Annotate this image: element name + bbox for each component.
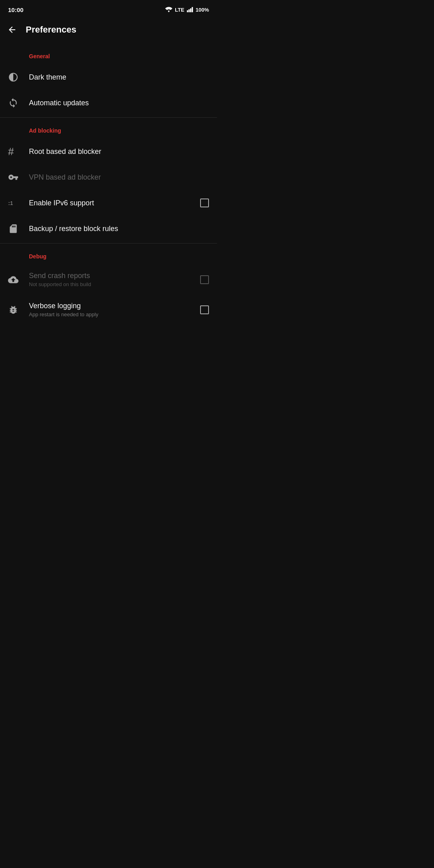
verbose-logging-checkbox[interactable] xyxy=(200,305,209,314)
cloud-upload-icon xyxy=(8,274,18,285)
crash-reports-title: Send crash reports xyxy=(29,272,200,280)
root-ad-blocker-title: Root based ad blocker xyxy=(29,147,209,156)
status-bar: 10:00 LTE 100% xyxy=(0,0,217,18)
dark-theme-title: Dark theme xyxy=(29,73,209,82)
dark-theme-content: Dark theme xyxy=(29,73,209,82)
vpn-ad-blocker-content: VPN based ad blocker xyxy=(29,173,209,182)
signal-icon xyxy=(187,7,193,12)
list-item-ipv6-support[interactable]: ::1 Enable IPv6 support xyxy=(0,190,217,216)
sync-icon xyxy=(8,98,18,108)
automatic-updates-content: Automatic updates xyxy=(29,99,209,107)
list-item-backup-restore[interactable]: Backup / restore block rules xyxy=(0,216,217,242)
section-general: General Dark theme Automatic updates xyxy=(0,45,217,116)
backup-restore-content: Backup / restore block rules xyxy=(29,225,209,233)
status-time: 10:00 xyxy=(8,6,23,13)
backup-restore-icon-container xyxy=(8,223,29,234)
verbose-logging-subtitle: App restart is needed to apply xyxy=(29,311,200,317)
bug-icon xyxy=(8,305,18,315)
list-item-root-ad-blocker[interactable]: # Root based ad blocker xyxy=(0,139,217,164)
ipv6-support-content: Enable IPv6 support xyxy=(29,199,200,207)
vpn-ad-blocker-icon-container xyxy=(8,172,29,182)
divider-general-ad xyxy=(0,117,217,118)
list-item-automatic-updates[interactable]: Automatic updates xyxy=(0,90,217,116)
ipv6-support-title: Enable IPv6 support xyxy=(29,199,200,207)
crash-reports-icon-container xyxy=(8,274,29,285)
automatic-updates-icon-container xyxy=(8,98,29,108)
verbose-logging-content: Verbose logging App restart is needed to… xyxy=(29,302,200,317)
verbose-logging-title: Verbose logging xyxy=(29,302,200,310)
ipv6-icon: ::1 xyxy=(8,200,12,206)
root-ad-blocker-content: Root based ad blocker xyxy=(29,147,209,156)
app-bar: Preferences xyxy=(0,18,217,45)
section-ad-blocking: Ad blocking # Root based ad blocker VPN … xyxy=(0,119,217,242)
crash-reports-content: Send crash reports Not supported on this… xyxy=(29,272,200,287)
wifi-icon xyxy=(165,7,172,12)
verbose-logging-icon-container xyxy=(8,305,29,315)
backup-restore-title: Backup / restore block rules xyxy=(29,225,209,233)
automatic-updates-title: Automatic updates xyxy=(29,99,209,107)
crash-reports-checkbox[interactable] xyxy=(200,275,209,284)
root-ad-blocker-icon-container: # xyxy=(8,146,29,157)
svg-rect-1 xyxy=(188,9,190,12)
vpn-ad-blocker-title: VPN based ad blocker xyxy=(29,173,209,182)
crash-reports-subtitle: Not supported on this build xyxy=(29,281,200,287)
section-header-debug: Debug xyxy=(0,245,217,264)
svg-rect-2 xyxy=(190,8,191,12)
ipv6-icon-container: ::1 xyxy=(8,200,29,206)
ipv6-support-checkbox[interactable] xyxy=(200,199,209,207)
list-item-send-crash-reports[interactable]: Send crash reports Not supported on this… xyxy=(0,264,217,295)
list-item-vpn-ad-blocker[interactable]: VPN based ad blocker xyxy=(0,164,217,190)
list-item-dark-theme[interactable]: Dark theme xyxy=(0,64,217,90)
list-item-verbose-logging[interactable]: Verbose logging App restart is needed to… xyxy=(0,295,217,325)
sd-card-icon xyxy=(8,223,18,234)
section-header-general: General xyxy=(0,45,217,64)
svg-rect-0 xyxy=(187,10,188,12)
divider-ad-debug xyxy=(0,243,217,244)
page-title: Preferences xyxy=(26,25,76,35)
back-button[interactable] xyxy=(3,21,21,39)
dark-theme-icon-container xyxy=(8,72,29,82)
vpn-key-icon xyxy=(8,172,18,182)
hash-icon: # xyxy=(8,146,14,157)
battery-label: 100% xyxy=(196,7,209,13)
lte-label: LTE xyxy=(175,7,184,13)
back-icon xyxy=(7,25,17,35)
status-icons: LTE 100% xyxy=(165,7,209,13)
section-debug: Debug Send crash reports Not supported o… xyxy=(0,245,217,325)
svg-rect-3 xyxy=(192,7,193,12)
section-header-ad-blocking: Ad blocking xyxy=(0,119,217,139)
brightness-icon xyxy=(8,72,18,82)
